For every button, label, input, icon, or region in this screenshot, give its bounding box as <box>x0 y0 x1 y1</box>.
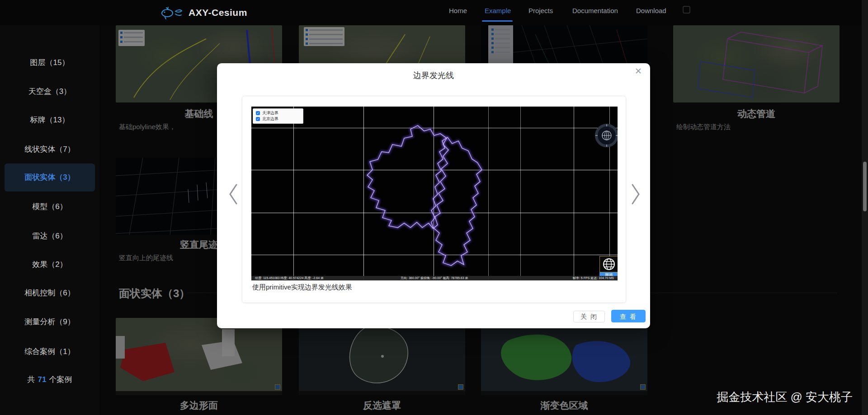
nav-item-projects[interactable]: Projects <box>528 7 553 14</box>
boundary-glow-lines <box>251 107 618 280</box>
close-button[interactable]: 关 闭 <box>573 311 605 322</box>
case-total-suffix: 个案例 <box>49 375 72 384</box>
sidebar-item-radar[interactable]: 雷达（6） <box>0 228 99 244</box>
view-button[interactable]: 查 看 <box>611 310 646 322</box>
layer-row-beijing[interactable]: ✓ 北京边界 <box>256 116 300 122</box>
nav-item-home[interactable]: Home <box>449 7 467 14</box>
status-camera: 方向: 360.00° 俯仰角: -90.00° 视高: 78785.63 米 <box>401 276 468 280</box>
status-position: 经度: 115.451083 纬度: 40.574224 高度: -2.64 米 <box>255 276 324 280</box>
dialog-title: 边界发光线 <box>217 70 650 81</box>
active-tab-underline <box>482 20 513 22</box>
nav-item-download[interactable]: Download <box>636 7 666 14</box>
layer-row-tianjin[interactable]: ✓ 天津边界 <box>256 110 300 116</box>
modal-close-icon[interactable]: ✕ <box>635 67 642 75</box>
sidebar-item-effect[interactable]: 效果（2） <box>0 257 99 272</box>
fish-logo-icon <box>160 5 184 20</box>
case-total-prefix: 共 <box>28 375 35 384</box>
compass-icon[interactable] <box>595 124 618 147</box>
checkbox-checked-icon[interactable]: ✓ <box>256 111 260 115</box>
nav-item-documentation[interactable]: Documentation <box>572 7 618 14</box>
map-statusbar: 经度: 115.451083 纬度: 40.574224 高度: -2.64 米… <box>251 276 618 280</box>
preview-frame: ✓ 天津边界 ✓ 北京边界 <box>242 96 626 303</box>
app-root: 基础线 基础polyline效果， 动态管道 绘制动态管道方法 竖直尾迹 竖直向… <box>0 0 868 415</box>
case-total-count: 71 <box>35 375 49 384</box>
brand[interactable]: AXY-Cesium <box>160 5 247 20</box>
sidebar-item-measure[interactable]: 测量分析（9） <box>0 314 99 330</box>
example-description: 使用primitive实现边界发光线效果 <box>252 283 352 292</box>
layer-label: 北京边界 <box>262 116 278 122</box>
scrollbar-track[interactable] <box>862 0 868 415</box>
sidebar-item-layers[interactable]: 图层（15） <box>0 55 99 70</box>
case-total: 共71个案例 <box>0 373 99 387</box>
status-fps: 帧率: 5 FPS 延迟: 104.70 MS <box>573 276 614 280</box>
scrollbar-thumb[interactable] <box>863 162 867 211</box>
prev-arrow-icon[interactable] <box>227 182 240 206</box>
category-sidebar: 图层（15） 天空盒（3） 标牌（13） 线状实体（7） 面状实体（3） 模型（… <box>0 25 99 415</box>
brand-title: AXY-Cesium <box>189 7 247 18</box>
watermark-text: 掘金技术社区 @ 安大桃子 <box>717 389 853 405</box>
baselayer-picker-button[interactable] <box>599 256 618 272</box>
example-preview-dialog: 边界发光线 <box>217 63 650 328</box>
nav-extra-icon[interactable] <box>683 6 690 14</box>
cesium-map-preview[interactable]: ✓ 天津边界 ✓ 北京边界 <box>251 107 618 280</box>
checkbox-checked-icon[interactable]: ✓ <box>256 117 260 121</box>
nav-item-example[interactable]: Example <box>485 7 511 14</box>
map-layer-panel: ✓ 天津边界 ✓ 北京边界 <box>253 108 303 124</box>
sidebar-item-line-entity[interactable]: 线状实体（7） <box>0 142 99 157</box>
sidebar-item-model[interactable]: 模型（6） <box>0 199 99 214</box>
sidebar-item-skybox[interactable]: 天空盒（3） <box>0 84 99 99</box>
next-arrow-icon[interactable] <box>629 182 642 206</box>
sidebar-item-area-entity[interactable]: 面状实体（3） <box>5 163 95 191</box>
top-navbar: AXY-Cesium Home Example Projects Documen… <box>0 0 868 25</box>
sidebar-item-billboard[interactable]: 标牌（13） <box>0 112 99 128</box>
globe-icon <box>602 257 616 271</box>
sidebar-item-camera[interactable]: 相机控制（6） <box>0 285 99 301</box>
sidebar-item-composite[interactable]: 综合案例（1） <box>0 344 99 359</box>
layer-label: 天津边界 <box>262 110 278 116</box>
